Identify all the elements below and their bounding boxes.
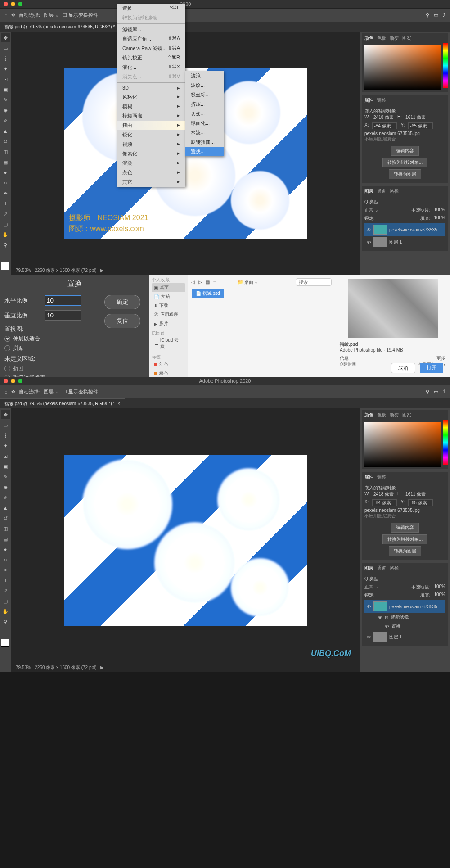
- submenu-pinch[interactable]: 挤压...: [185, 99, 224, 109]
- share-icon[interactable]: ⤴: [443, 389, 446, 395]
- move-tool-icon[interactable]: ✥: [11, 389, 15, 395]
- shape-tool[interactable]: ▢: [1, 597, 10, 606]
- crop-tool[interactable]: ⊡: [1, 75, 10, 84]
- menu-camera-raw[interactable]: Camera Raw 滤镜...⇧⌘A: [117, 44, 185, 53]
- sidebar-apps[interactable]: Ⓐ 应用程序: [152, 310, 185, 319]
- radio-tile[interactable]: 拼贴: [4, 344, 145, 352]
- blur-tool[interactable]: ●: [1, 168, 10, 177]
- color-field[interactable]: [364, 45, 441, 90]
- menu-sharpen[interactable]: 锐化▸: [117, 130, 185, 140]
- tab-color[interactable]: 颜色: [364, 35, 374, 41]
- eyedropper-tool[interactable]: ✎: [1, 472, 10, 481]
- convert-linked-btn[interactable]: 转换为链接对象...: [382, 158, 428, 167]
- lasso-tool[interactable]: ⟆: [1, 431, 10, 440]
- x-input[interactable]: [372, 499, 397, 506]
- convert-linked-btn[interactable]: 转换为链接对象...: [382, 534, 428, 544]
- opacity-value[interactable]: 100%: [434, 207, 446, 213]
- tab-properties[interactable]: 属性: [364, 97, 374, 104]
- heal-tool[interactable]: ⊕: [1, 106, 10, 115]
- radio-wrap[interactable]: 折回: [4, 365, 145, 372]
- back-icon[interactable]: ◁: [191, 280, 195, 285]
- submenu-shear[interactable]: 切变...: [185, 109, 224, 118]
- search-icon[interactable]: ⚲: [426, 389, 429, 395]
- x-input[interactable]: [372, 122, 397, 129]
- tab-channels[interactable]: 通道: [377, 188, 386, 194]
- sidebar-downloads[interactable]: ⬇ 下载: [152, 301, 185, 310]
- wand-tool[interactable]: ✦: [1, 64, 10, 73]
- type-tool[interactable]: T: [1, 199, 10, 208]
- gradient-tool[interactable]: ▤: [1, 158, 10, 167]
- eraser-tool[interactable]: ◫: [1, 524, 10, 533]
- brush-tool[interactable]: ✐: [1, 493, 10, 502]
- layer-filter[interactable]: Q 类型: [364, 199, 378, 205]
- close-window-btn[interactable]: [4, 2, 8, 6]
- frame-tool[interactable]: ▣: [1, 85, 10, 94]
- pen-tool[interactable]: ✒: [1, 189, 10, 198]
- stamp-tool[interactable]: ▲: [1, 503, 10, 512]
- visibility-icon[interactable]: 👁: [378, 615, 382, 620]
- eraser-tool[interactable]: ◫: [1, 147, 10, 156]
- hand-tool[interactable]: ✋: [1, 607, 10, 616]
- close-tab-icon[interactable]: ×: [117, 401, 120, 406]
- menu-lens[interactable]: 镜头校正...⇧⌘R: [117, 53, 185, 63]
- pen-tool[interactable]: ✒: [1, 565, 10, 574]
- home-icon[interactable]: ⌂: [4, 13, 8, 18]
- minimize-window-btn[interactable]: [11, 2, 15, 6]
- canvas-area[interactable]: UiBQ.CoM 79.53% 2250 像素 x 1500 像素 (72 pp…: [11, 408, 360, 672]
- sidebar-icloud[interactable]: ☁ iCloud 云盘: [152, 336, 185, 351]
- submenu-wave[interactable]: 波浪...: [185, 71, 224, 81]
- layer-row[interactable]: 👁pexels-neosiam-673535: [364, 600, 446, 613]
- reset-button[interactable]: 复位: [104, 314, 140, 328]
- location-label[interactable]: 桌面: [244, 280, 253, 285]
- heal-tool[interactable]: ⊕: [1, 483, 10, 492]
- submenu-ripple[interactable]: 波纹...: [185, 81, 224, 90]
- hand-tool[interactable]: ✋: [1, 230, 10, 239]
- menu-other[interactable]: 其它▸: [117, 177, 185, 187]
- history-brush-tool[interactable]: ↺: [1, 137, 10, 146]
- layer-row[interactable]: 👁图层 1: [364, 236, 446, 249]
- view-list[interactable]: ≡: [213, 280, 216, 285]
- maximize-window-btn[interactable]: [18, 379, 22, 383]
- workspace-icon[interactable]: ▭: [434, 12, 438, 18]
- close-window-btn[interactable]: [4, 379, 8, 383]
- convert-layer-btn[interactable]: 转换为图层: [389, 546, 421, 556]
- layer-row[interactable]: 👁图层 1: [364, 631, 446, 643]
- auto-select-target[interactable]: 图层 ⌄: [44, 389, 59, 395]
- share-icon[interactable]: ⤴: [443, 12, 446, 18]
- cancel-button[interactable]: 取消: [391, 363, 415, 373]
- color-swatch[interactable]: [1, 639, 9, 647]
- menu-stylize[interactable]: 风格化▸: [117, 92, 185, 102]
- edit-toolbar[interactable]: ⋯: [1, 628, 10, 637]
- h-scale-input[interactable]: [45, 295, 81, 306]
- fill-value[interactable]: 100%: [434, 215, 446, 222]
- shape-tool[interactable]: ▢: [1, 220, 10, 229]
- tag-red[interactable]: 红色: [152, 360, 185, 369]
- smart-filters-row[interactable]: 👁⊡智能滤镜: [364, 613, 446, 622]
- menu-filter-gallery[interactable]: 滤镜库...: [117, 25, 185, 34]
- edit-contents-btn[interactable]: 编辑内容: [391, 146, 419, 156]
- radio-stretch[interactable]: 伸展以适合: [4, 335, 145, 343]
- menu-adaptive[interactable]: 自适应广角...⇧⌘A: [117, 34, 185, 44]
- marquee-tool[interactable]: ▭: [1, 420, 10, 429]
- menu-video[interactable]: 视频▸: [117, 140, 185, 149]
- menu-liquify[interactable]: 液化...⇧⌘X: [117, 63, 185, 72]
- hue-slider[interactable]: [443, 420, 448, 465]
- home-icon[interactable]: ⌂: [4, 389, 8, 395]
- move-tool[interactable]: ✥: [1, 410, 10, 419]
- dodge-tool[interactable]: ○: [1, 555, 10, 564]
- submenu-polar[interactable]: 极坐标...: [185, 90, 224, 99]
- sidebar-desktop[interactable]: ▣ 桌面: [152, 283, 185, 292]
- y-input[interactable]: [408, 122, 433, 129]
- move-tool[interactable]: ✥: [1, 33, 10, 42]
- submenu-displace[interactable]: 置换...: [185, 147, 224, 156]
- move-tool-icon[interactable]: ✥: [11, 12, 15, 18]
- menu-distort[interactable]: 扭曲▸: [117, 121, 185, 130]
- document-tab[interactable]: 褶皱.psd @ 79.5% (pexels-neosiam-673535, R…: [0, 398, 125, 408]
- convert-layer-btn[interactable]: 转换为图层: [389, 169, 421, 179]
- visibility-icon[interactable]: 👁: [367, 240, 371, 245]
- path-tool[interactable]: ↗: [1, 586, 10, 595]
- edit-contents-btn[interactable]: 编辑内容: [391, 523, 419, 533]
- zoom-tool[interactable]: ⚲: [1, 240, 10, 249]
- color-field[interactable]: [364, 422, 441, 467]
- y-input[interactable]: [408, 499, 433, 506]
